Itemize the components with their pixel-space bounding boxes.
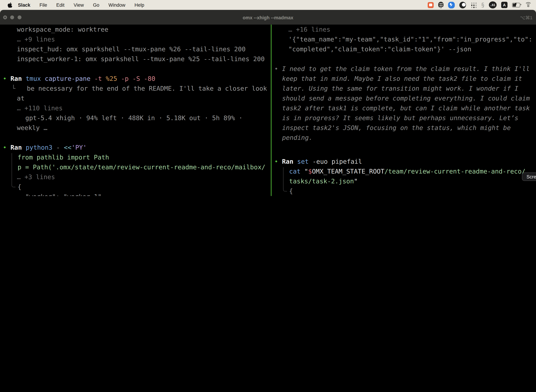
menu-bar: Slack File Edit View Go Window Help § ..… — [0, 0, 536, 10]
json-line: "worker": "worker-1", — [0, 192, 271, 196]
terminal-pane-right: … +16 lines '{"team_name":"my-team","tas… — [272, 25, 536, 196]
more-lines-indicator: … +9 lines — [0, 34, 271, 44]
output-line: inspect_worker-1: omx sparkshell --tmux-… — [0, 54, 271, 64]
think-line: pending. — [272, 133, 536, 143]
think-line: is in progress? It seems likely but perh… — [272, 113, 536, 123]
terminal-pane-left: workspace_mode: worktree … +9 lines insp… — [0, 25, 271, 196]
crescent-icon[interactable] — [459, 2, 466, 8]
menu-item-file[interactable]: File — [40, 2, 47, 8]
output-line: '{"team_name":"my-team","task_id":"1","f… — [272, 34, 536, 44]
think-line: inspect task2's JSON, focusing on the st… — [272, 123, 536, 133]
output-line: inspect_hud: omx sparkshell --tmux-pane … — [0, 44, 271, 54]
menu-item-help[interactable]: Help — [134, 2, 144, 8]
apple-menu-icon[interactable] — [7, 2, 12, 8]
command-line: • Ran set -euo pipefail — [272, 157, 536, 167]
output-connector — [283, 167, 287, 191]
dots-grid-icon[interactable] — [470, 2, 477, 8]
window-titlebar-area: omx --xhigh --madmax ⌥⌘1 — [0, 10, 536, 25]
menu-item-view[interactable]: View — [74, 2, 84, 8]
think-line: task2 after task1 is complete, but can I… — [272, 103, 536, 113]
think-line: should send a message before completing … — [272, 93, 536, 103]
output-line: at — [0, 93, 271, 103]
menu-item-go[interactable]: Go — [93, 2, 99, 8]
menu-item-window[interactable]: Window — [109, 2, 125, 8]
command-line: • Ran tmux capture-pane -t %25 -p -S -80 — [0, 74, 271, 84]
output-line: weekly … — [0, 123, 271, 133]
code-line: p = Path('.omx/state/team/review-current… — [0, 162, 271, 172]
output-line: workspace_mode: worktree — [0, 25, 271, 34]
input-source-icon[interactable]: A — [501, 2, 507, 8]
output-line: "completed","claim_token":"claim-token"}… — [272, 44, 536, 54]
window-titlebar: omx --xhigh --madmax ⌥⌘1 — [0, 10, 536, 25]
code-line: from pathlib import Path — [0, 152, 271, 162]
more-lines-indicator: … +3 lines — [0, 172, 271, 182]
wifi-icon[interactable] — [525, 2, 532, 8]
think-line: later. Using the same for transition mig… — [272, 84, 536, 93]
output-line: └ be necessary for the end of the README… — [0, 84, 271, 93]
shield-grid-icon[interactable] — [438, 2, 443, 8]
messenger-icon[interactable] — [427, 2, 433, 8]
screen: Slack File Edit View Go Window Help § ..… — [0, 0, 536, 196]
output-connector — [12, 153, 15, 187]
command-line: cat "$OMX_TEAM_STATE_ROOT/team/review-cu… — [272, 167, 536, 176]
menu-app-name[interactable]: Slack — [18, 2, 30, 8]
battery-badge-icon[interactable]: ..61 — [489, 1, 497, 9]
command-line: • Ran python3 - <<'PY' — [0, 143, 271, 152]
json-line: { — [0, 182, 271, 192]
more-lines-indicator: … +16 lines — [272, 25, 536, 34]
screen-notification-overlay[interactable]: Scre — [522, 173, 536, 181]
think-line: keep that in mind. Maybe I also need the… — [272, 74, 536, 84]
window-title: omx --xhigh --madmax — [0, 10, 536, 25]
more-lines-indicator: … +110 lines — [0, 103, 271, 113]
think-line: • I need to get the claim token from the… — [272, 64, 536, 74]
menu-item-edit[interactable]: Edit — [56, 2, 65, 8]
squiggle-icon[interactable]: § — [481, 2, 484, 8]
command-line: tasks/task-2.json" — [272, 176, 536, 186]
hex-bolt-icon[interactable] — [448, 2, 455, 8]
menu-bar-status-area: § ..61 A — [427, 0, 532, 10]
window-shortcut-hint: ⌥⌘1 — [520, 10, 532, 25]
output-line: gpt-5.4 xhigh · 94% left · 488K in · 5.1… — [0, 113, 271, 123]
json-line: { — [272, 186, 536, 196]
battery-icon[interactable] — [512, 3, 520, 7]
